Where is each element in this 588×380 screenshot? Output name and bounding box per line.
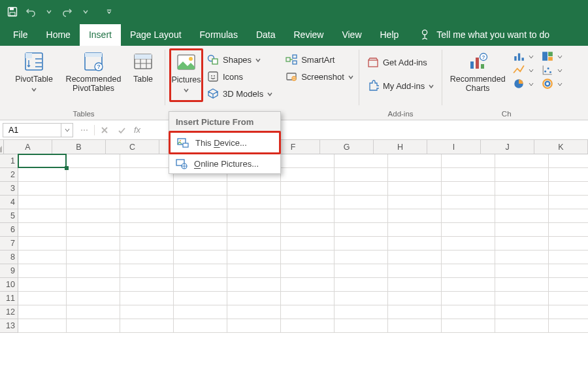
cell[interactable]	[174, 209, 227, 223]
cell[interactable]	[495, 154, 549, 168]
cell[interactable]	[549, 237, 588, 250]
get-addins-button[interactable]: Get Add-ins	[363, 54, 438, 71]
cell[interactable]	[174, 196, 227, 209]
tab-view[interactable]: View	[333, 24, 370, 46]
cell[interactable]	[67, 182, 120, 196]
redo-dropdown-icon[interactable]	[77, 3, 94, 20]
combo-chart-button[interactable]	[538, 77, 566, 90]
cell[interactable]	[18, 292, 67, 305]
cell[interactable]	[281, 209, 335, 223]
cell[interactable]	[495, 319, 549, 333]
cell[interactable]	[174, 305, 227, 319]
cell[interactable]	[227, 305, 281, 319]
cell[interactable]	[495, 237, 549, 250]
cell[interactable]	[549, 292, 588, 305]
cell[interactable]	[388, 319, 442, 333]
column-header[interactable]: G	[320, 140, 374, 154]
cell[interactable]	[227, 292, 281, 305]
tab-help[interactable]: Help	[371, 24, 408, 46]
column-header[interactable]: A	[4, 140, 52, 154]
cell[interactable]	[67, 264, 120, 278]
column-header[interactable]: H	[374, 140, 427, 154]
cell[interactable]	[335, 182, 388, 196]
cell[interactable]	[388, 264, 442, 278]
cell[interactable]	[281, 196, 335, 209]
cell[interactable]	[67, 168, 120, 182]
screenshot-button[interactable]: Screenshot	[282, 68, 357, 85]
cell[interactable]	[227, 196, 281, 209]
cancel-icon[interactable]	[96, 123, 113, 137]
cell[interactable]	[120, 237, 174, 250]
cell[interactable]	[67, 305, 120, 319]
cell[interactable]	[442, 209, 495, 223]
cell[interactable]	[495, 209, 549, 223]
3d-models-button[interactable]: 3D Models	[203, 85, 276, 102]
cell[interactable]	[174, 292, 227, 305]
smartart-button[interactable]: SmartArt	[282, 51, 357, 68]
cell[interactable]	[442, 154, 495, 168]
cell[interactable]	[281, 154, 335, 168]
name-box[interactable]: A1	[3, 123, 73, 137]
cell[interactable]	[335, 305, 388, 319]
cell[interactable]	[281, 292, 335, 305]
cell[interactable]	[388, 168, 442, 182]
cell[interactable]	[549, 319, 588, 333]
row-header[interactable]: 11	[0, 292, 18, 305]
cell[interactable]	[388, 196, 442, 209]
cell[interactable]	[442, 223, 495, 237]
cell[interactable]	[442, 305, 495, 319]
column-header[interactable]: I	[427, 140, 481, 154]
popup-online-pictures[interactable]: Online Pictures...	[169, 154, 280, 173]
row-header[interactable]: 2	[0, 168, 18, 182]
cell[interactable]	[281, 278, 335, 292]
cell[interactable]	[67, 223, 120, 237]
column-header[interactable]: C	[106, 140, 159, 154]
cell[interactable]	[174, 250, 227, 264]
icons-button[interactable]: Icons	[203, 68, 276, 85]
cell[interactable]	[388, 209, 442, 223]
cell[interactable]	[549, 209, 588, 223]
cell[interactable]	[335, 196, 388, 209]
cell[interactable]	[549, 250, 588, 264]
column-chart-button[interactable]	[509, 50, 538, 63]
qat-customize-icon[interactable]	[101, 3, 118, 20]
cell[interactable]	[67, 319, 120, 333]
cell[interactable]	[442, 168, 495, 182]
cell[interactable]	[549, 305, 588, 319]
cell[interactable]	[495, 292, 549, 305]
tab-insert[interactable]: Insert	[80, 24, 121, 46]
cell[interactable]	[120, 209, 174, 223]
fill-handle[interactable]	[65, 166, 69, 170]
cell[interactable]	[335, 168, 388, 182]
tab-page-layout[interactable]: Page Layout	[121, 24, 191, 46]
name-box-dropdown[interactable]	[61, 124, 73, 137]
cell[interactable]	[281, 264, 335, 278]
cell[interactable]	[67, 209, 120, 223]
row-header[interactable]: 3	[0, 182, 18, 196]
row-header[interactable]: 5	[0, 209, 18, 223]
cell[interactable]	[388, 278, 442, 292]
cell[interactable]	[67, 196, 120, 209]
cell[interactable]	[174, 182, 227, 196]
cell[interactable]	[549, 196, 588, 209]
cell[interactable]	[67, 237, 120, 250]
cell[interactable]	[388, 237, 442, 250]
cell[interactable]	[174, 223, 227, 237]
cell[interactable]	[174, 319, 227, 333]
cell[interactable]	[442, 237, 495, 250]
cell[interactable]	[18, 319, 67, 333]
cell[interactable]	[227, 319, 281, 333]
scatter-chart-button[interactable]	[538, 63, 566, 77]
cell[interactable]	[495, 168, 549, 182]
tab-data[interactable]: Data	[247, 24, 285, 46]
cell[interactable]	[335, 292, 388, 305]
tab-home[interactable]: Home	[37, 24, 80, 46]
row-header[interactable]: 6	[0, 223, 18, 237]
cell[interactable]	[495, 264, 549, 278]
cell[interactable]	[227, 237, 281, 250]
cell[interactable]	[549, 223, 588, 237]
cell[interactable]	[388, 305, 442, 319]
cell[interactable]	[495, 223, 549, 237]
cell[interactable]	[120, 168, 174, 182]
cell[interactable]	[335, 250, 388, 264]
